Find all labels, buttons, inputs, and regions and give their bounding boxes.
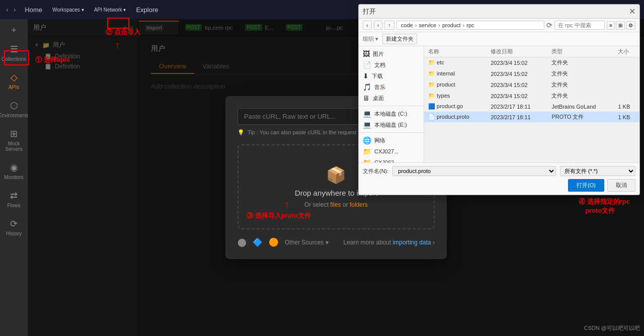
file-icon: 📁 [428, 81, 435, 88]
sidebar-item-flows[interactable]: ⇄ Flows [0, 186, 28, 212]
cxj027-icon: 📁 [363, 147, 371, 155]
sidebar-label-apis: APIs [9, 85, 19, 90]
fd-sidebar-downloads[interactable]: ⬇ 下载 [359, 70, 424, 81]
drop-sub: Or select files or folders [304, 201, 368, 208]
col-name[interactable]: 名称 [424, 46, 487, 57]
nav-explore[interactable]: Explore [133, 6, 161, 14]
other-sources[interactable]: Other Sources ▾ [285, 239, 329, 246]
file-name: product.go [437, 103, 463, 109]
fd-sidebar-c-drive[interactable]: 💻 本地磁盘 (C:) [359, 108, 424, 119]
postman-icon[interactable]: 🔷 [253, 237, 263, 247]
desktop-icon: 🖥 [363, 94, 370, 102]
file-name: types [437, 93, 450, 99]
file-name-cell: 📁 product [424, 79, 487, 91]
fd-path-seg3: product [442, 22, 461, 28]
drop-folders-link[interactable]: folders [350, 201, 368, 208]
sidebar-item-history[interactable]: ⟳ History [0, 214, 28, 240]
file-size-cell: 1 KB [614, 102, 639, 112]
file-row-0[interactable]: 📁 etc 2023/3/4 15:02 文件夹 [424, 57, 639, 68]
fd-refresh-btn[interactable]: ⟳ [546, 21, 552, 29]
import-sources: ⬤ 🔷 🟠 Other Sources ▾ Learn more about i… [237, 237, 435, 247]
fd-filetype-select[interactable]: 所有文件 (*.*) [560, 166, 635, 176]
fd-sidebar-pictures[interactable]: 🖼 图片 [359, 48, 424, 59]
e-drive-icon: 💻 [363, 121, 371, 129]
sidebar-item-environments[interactable]: ⬡ Environments [0, 96, 28, 122]
nav-api-network[interactable]: API Network ▾ [91, 7, 129, 13]
file-icon: 🟦 [428, 103, 435, 109]
file-row-5[interactable]: 📄 product.proto 2023/2/17 18:11 PROTO 文件… [424, 112, 639, 123]
fd-close-button[interactable]: ✕ [629, 7, 635, 16]
sidebar-label-environments: Environments [0, 113, 29, 118]
docs-icon: 📄 [363, 61, 371, 69]
fd-new-folder-btn[interactable]: 新建文件夹 [382, 34, 417, 44]
fd-sidebar-desktop[interactable]: 🖥 桌面 [359, 93, 424, 104]
pictures-icon: 🖼 [363, 50, 370, 58]
add-workspace[interactable]: + [9, 23, 19, 38]
nav-home[interactable]: Home [22, 6, 45, 14]
fd-sidebar-docs[interactable]: 📄 文档 [359, 59, 424, 70]
file-size-cell [614, 91, 639, 102]
fd-path-seg4: rpc [466, 22, 474, 28]
fd-view-settings[interactable]: ⚙ [626, 21, 635, 30]
fd-sidebar-music[interactable]: 🎵 音乐 [359, 81, 424, 93]
file-name: product [437, 81, 455, 88]
file-type-cell: 文件夹 [547, 91, 614, 102]
sidebar-label-monitors: Monitors [4, 175, 23, 180]
fd-cancel-button[interactable]: 取消 [607, 179, 635, 192]
downloads-icon: ⬇ [363, 72, 369, 80]
sidebar-label-flows: Flows [7, 203, 20, 208]
sidebar-item-mock-servers[interactable]: ⊞ Mock Servers [0, 124, 28, 156]
file-type-cell: 文件夹 [547, 57, 614, 68]
file-icon: 📁 [428, 70, 435, 76]
fd-sidebar-e-drive[interactable]: 💻 本地磁盘 (E:) [359, 119, 424, 130]
fd-toolbar: ‹ › ↑ code › service › product › rpc ⟳ ≡… [359, 19, 639, 32]
fd-up-btn[interactable]: ↑ [384, 21, 394, 30]
nav-workspaces[interactable]: Workspaces ▾ [49, 7, 87, 13]
fd-sidebar-network[interactable]: 🌐 网络 [359, 135, 424, 146]
sidebar-item-collections[interactable]: ☰ Collections [0, 40, 28, 66]
file-row-1[interactable]: 📁 internal 2023/3/4 15:02 文件夹 [424, 68, 639, 79]
file-name-cell: 📁 types [424, 91, 487, 102]
fd-open-button[interactable]: 打开(O) [568, 179, 604, 192]
fd-filename-row: 文件名(N): product.proto 所有文件 (*.*) [363, 166, 635, 176]
nav-forward[interactable]: › [12, 5, 18, 15]
fd-search-input[interactable] [554, 21, 605, 30]
history-icon: ⟳ [10, 218, 18, 229]
fd-view-list[interactable]: ≡ [607, 21, 615, 30]
file-row-3[interactable]: 📁 types 2023/3/4 15:02 文件夹 [424, 91, 639, 102]
sidebar-label-collections: Collections [2, 56, 26, 62]
fd-back-btn[interactable]: ‹ [363, 21, 372, 30]
fd-sidebar-cxj062[interactable]: 📁 CXJ062... [359, 157, 424, 162]
col-date[interactable]: 修改日期 [487, 46, 547, 57]
sidebar-item-monitors[interactable]: ◉ Monitors [0, 158, 28, 184]
file-date-cell: 2023/3/4 15:02 [487, 91, 547, 102]
monitors-icon: ◉ [10, 162, 18, 173]
fd-filename-select[interactable]: product.proto [392, 166, 556, 176]
sidebar-item-apis[interactable]: ◇ APIs [0, 68, 28, 94]
fd-view-details[interactable]: ⊞ [616, 21, 625, 30]
fd-layout: 🖼 图片 📄 文档 ⬇ 下载 🎵 音乐 🖥 桌面 💻 本地磁 [359, 46, 639, 162]
tip-icon: 💡 [237, 129, 245, 136]
importing-data-link[interactable]: importing data [393, 239, 431, 246]
file-type-cell: 文件夹 [547, 68, 614, 79]
drop-files-link[interactable]: files [330, 201, 341, 208]
file-size-cell: 1 KB [614, 112, 639, 123]
file-row-2[interactable]: 📁 product 2023/3/4 15:02 文件夹 [424, 79, 639, 91]
fd-main: 名称 修改日期 类型 大小 📁 etc 2023/3/4 15:02 文件夹 📁… [424, 46, 639, 162]
github-icon[interactable]: ⬤ [237, 237, 247, 247]
fd-titlebar: 打开 ✕ [359, 5, 639, 19]
file-name-cell: 📁 internal [424, 68, 487, 79]
file-date-cell: 2023/2/17 18:11 [487, 112, 547, 123]
file-row-4[interactable]: 🟦 product.go 2023/2/17 18:11 JetBrains G… [424, 102, 639, 112]
fd-address-bar: code › service › product › rpc [396, 21, 544, 30]
col-type[interactable]: 类型 [547, 46, 614, 57]
file-date-cell: 2023/3/4 15:02 [487, 57, 547, 68]
col-size[interactable]: 大小 [614, 46, 639, 57]
fd-title: 打开 [363, 7, 376, 16]
file-date-cell: 2023/3/4 15:02 [487, 68, 547, 79]
fd-forward-btn[interactable]: › [374, 21, 383, 30]
nav-back[interactable]: ‹ [4, 5, 11, 15]
fd-sidebar-cxj027[interactable]: 📁 CXJ027... [359, 146, 424, 157]
other-icon[interactable]: 🟠 [269, 237, 279, 247]
music-icon: 🎵 [363, 83, 371, 91]
